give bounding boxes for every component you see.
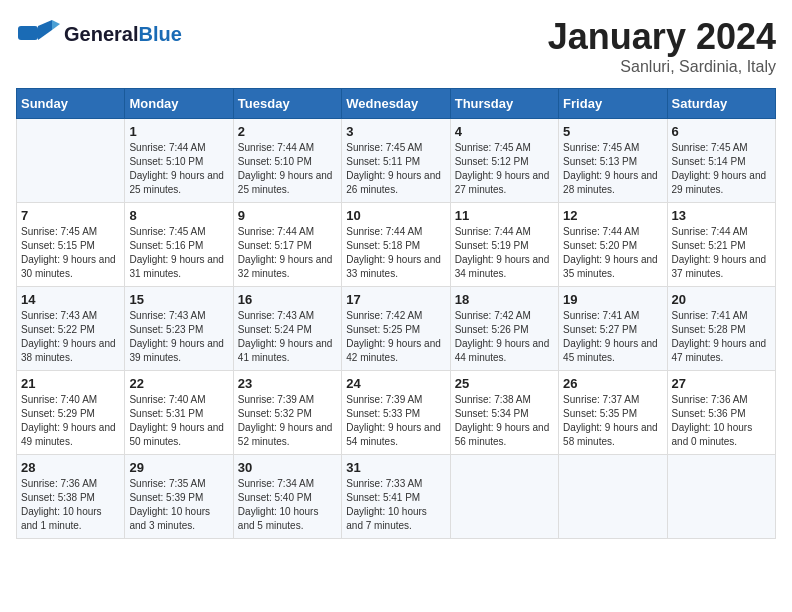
day-info: Sunrise: 7:38 AMSunset: 5:34 PMDaylight:… [455,393,554,449]
calendar-cell: 7Sunrise: 7:45 AMSunset: 5:15 PMDaylight… [17,203,125,287]
title-area: January 2024 Sanluri, Sardinia, Italy [548,16,776,76]
calendar-cell: 24Sunrise: 7:39 AMSunset: 5:33 PMDayligh… [342,371,450,455]
calendar-cell: 20Sunrise: 7:41 AMSunset: 5:28 PMDayligh… [667,287,775,371]
location-title: Sanluri, Sardinia, Italy [548,58,776,76]
day-number: 2 [238,124,337,139]
calendar-cell [559,455,667,539]
calendar-cell: 14Sunrise: 7:43 AMSunset: 5:22 PMDayligh… [17,287,125,371]
weekday-header: Wednesday [342,89,450,119]
calendar-cell: 4Sunrise: 7:45 AMSunset: 5:12 PMDaylight… [450,119,558,203]
calendar-cell: 19Sunrise: 7:41 AMSunset: 5:27 PMDayligh… [559,287,667,371]
day-number: 9 [238,208,337,223]
calendar-cell: 6Sunrise: 7:45 AMSunset: 5:14 PMDaylight… [667,119,775,203]
day-info: Sunrise: 7:45 AMSunset: 5:16 PMDaylight:… [129,225,228,281]
day-info: Sunrise: 7:41 AMSunset: 5:28 PMDaylight:… [672,309,771,365]
day-info: Sunrise: 7:43 AMSunset: 5:22 PMDaylight:… [21,309,120,365]
calendar-cell: 1Sunrise: 7:44 AMSunset: 5:10 PMDaylight… [125,119,233,203]
day-number: 4 [455,124,554,139]
calendar-cell: 11Sunrise: 7:44 AMSunset: 5:19 PMDayligh… [450,203,558,287]
weekday-header: Monday [125,89,233,119]
day-number: 22 [129,376,228,391]
page-header: GeneralBlue January 2024 Sanluri, Sardin… [16,16,776,76]
day-info: Sunrise: 7:33 AMSunset: 5:41 PMDaylight:… [346,477,445,533]
day-info: Sunrise: 7:42 AMSunset: 5:26 PMDaylight:… [455,309,554,365]
calendar-cell: 2Sunrise: 7:44 AMSunset: 5:10 PMDaylight… [233,119,341,203]
day-number: 12 [563,208,662,223]
calendar-cell: 27Sunrise: 7:36 AMSunset: 5:36 PMDayligh… [667,371,775,455]
weekday-header: Saturday [667,89,775,119]
day-number: 19 [563,292,662,307]
day-info: Sunrise: 7:44 AMSunset: 5:10 PMDaylight:… [238,141,337,197]
day-number: 10 [346,208,445,223]
calendar-cell: 10Sunrise: 7:44 AMSunset: 5:18 PMDayligh… [342,203,450,287]
day-info: Sunrise: 7:43 AMSunset: 5:24 PMDaylight:… [238,309,337,365]
day-info: Sunrise: 7:44 AMSunset: 5:18 PMDaylight:… [346,225,445,281]
day-number: 8 [129,208,228,223]
day-number: 11 [455,208,554,223]
month-title: January 2024 [548,16,776,58]
day-number: 23 [238,376,337,391]
day-info: Sunrise: 7:45 AMSunset: 5:15 PMDaylight:… [21,225,120,281]
day-info: Sunrise: 7:37 AMSunset: 5:35 PMDaylight:… [563,393,662,449]
calendar-cell: 25Sunrise: 7:38 AMSunset: 5:34 PMDayligh… [450,371,558,455]
day-info: Sunrise: 7:39 AMSunset: 5:33 PMDaylight:… [346,393,445,449]
logo-text: GeneralBlue [64,23,182,45]
day-number: 7 [21,208,120,223]
day-number: 1 [129,124,228,139]
calendar-week-row: 21Sunrise: 7:40 AMSunset: 5:29 PMDayligh… [17,371,776,455]
calendar-cell [450,455,558,539]
calendar-cell: 15Sunrise: 7:43 AMSunset: 5:23 PMDayligh… [125,287,233,371]
calendar-cell: 12Sunrise: 7:44 AMSunset: 5:20 PMDayligh… [559,203,667,287]
calendar-cell: 23Sunrise: 7:39 AMSunset: 5:32 PMDayligh… [233,371,341,455]
day-number: 14 [21,292,120,307]
calendar-cell: 30Sunrise: 7:34 AMSunset: 5:40 PMDayligh… [233,455,341,539]
svg-marker-2 [52,20,60,30]
day-number: 3 [346,124,445,139]
day-number: 5 [563,124,662,139]
day-number: 31 [346,460,445,475]
weekday-header: Sunday [17,89,125,119]
day-number: 17 [346,292,445,307]
calendar-week-row: 1Sunrise: 7:44 AMSunset: 5:10 PMDaylight… [17,119,776,203]
day-info: Sunrise: 7:35 AMSunset: 5:39 PMDaylight:… [129,477,228,533]
logo-icon [16,16,60,52]
svg-marker-1 [38,20,52,40]
day-info: Sunrise: 7:34 AMSunset: 5:40 PMDaylight:… [238,477,337,533]
day-number: 13 [672,208,771,223]
day-info: Sunrise: 7:44 AMSunset: 5:17 PMDaylight:… [238,225,337,281]
calendar-week-row: 28Sunrise: 7:36 AMSunset: 5:38 PMDayligh… [17,455,776,539]
weekday-header-row: SundayMondayTuesdayWednesdayThursdayFrid… [17,89,776,119]
day-number: 6 [672,124,771,139]
calendar-cell: 22Sunrise: 7:40 AMSunset: 5:31 PMDayligh… [125,371,233,455]
calendar-cell: 13Sunrise: 7:44 AMSunset: 5:21 PMDayligh… [667,203,775,287]
calendar-cell: 17Sunrise: 7:42 AMSunset: 5:25 PMDayligh… [342,287,450,371]
day-number: 15 [129,292,228,307]
calendar-cell: 5Sunrise: 7:45 AMSunset: 5:13 PMDaylight… [559,119,667,203]
day-info: Sunrise: 7:44 AMSunset: 5:10 PMDaylight:… [129,141,228,197]
calendar-cell [667,455,775,539]
calendar-cell [17,119,125,203]
day-info: Sunrise: 7:45 AMSunset: 5:12 PMDaylight:… [455,141,554,197]
day-info: Sunrise: 7:36 AMSunset: 5:36 PMDaylight:… [672,393,771,449]
day-info: Sunrise: 7:44 AMSunset: 5:21 PMDaylight:… [672,225,771,281]
day-info: Sunrise: 7:36 AMSunset: 5:38 PMDaylight:… [21,477,120,533]
day-info: Sunrise: 7:39 AMSunset: 5:32 PMDaylight:… [238,393,337,449]
day-number: 20 [672,292,771,307]
day-info: Sunrise: 7:40 AMSunset: 5:29 PMDaylight:… [21,393,120,449]
calendar-cell: 9Sunrise: 7:44 AMSunset: 5:17 PMDaylight… [233,203,341,287]
day-number: 25 [455,376,554,391]
day-number: 21 [21,376,120,391]
day-info: Sunrise: 7:44 AMSunset: 5:20 PMDaylight:… [563,225,662,281]
day-info: Sunrise: 7:42 AMSunset: 5:25 PMDaylight:… [346,309,445,365]
calendar-cell: 28Sunrise: 7:36 AMSunset: 5:38 PMDayligh… [17,455,125,539]
weekday-header: Tuesday [233,89,341,119]
calendar-cell: 26Sunrise: 7:37 AMSunset: 5:35 PMDayligh… [559,371,667,455]
calendar-cell: 16Sunrise: 7:43 AMSunset: 5:24 PMDayligh… [233,287,341,371]
day-info: Sunrise: 7:44 AMSunset: 5:19 PMDaylight:… [455,225,554,281]
calendar-cell: 8Sunrise: 7:45 AMSunset: 5:16 PMDaylight… [125,203,233,287]
calendar-week-row: 7Sunrise: 7:45 AMSunset: 5:15 PMDaylight… [17,203,776,287]
calendar-cell: 21Sunrise: 7:40 AMSunset: 5:29 PMDayligh… [17,371,125,455]
day-info: Sunrise: 7:40 AMSunset: 5:31 PMDaylight:… [129,393,228,449]
calendar-cell: 3Sunrise: 7:45 AMSunset: 5:11 PMDaylight… [342,119,450,203]
calendar-cell: 29Sunrise: 7:35 AMSunset: 5:39 PMDayligh… [125,455,233,539]
